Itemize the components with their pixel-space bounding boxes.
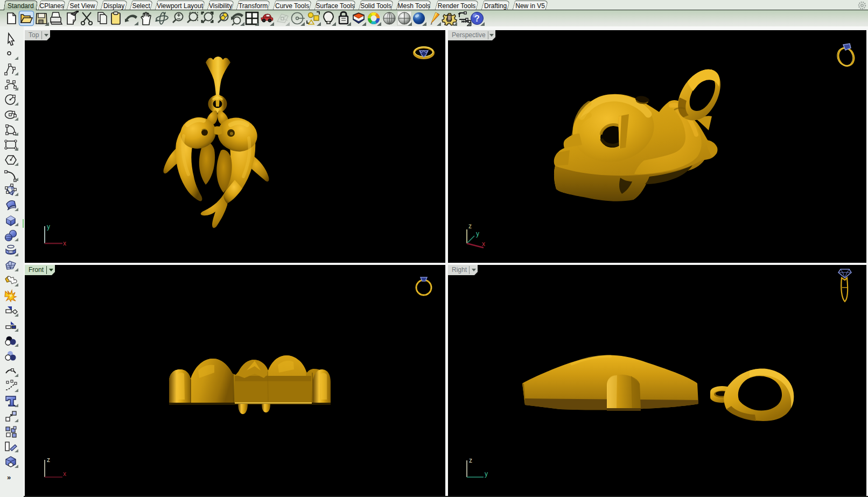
svg-text:y: y	[47, 223, 50, 230]
svg-text:y: y	[476, 230, 479, 237]
svg-text:z: z	[469, 457, 472, 464]
svg-text:?: ?	[474, 14, 480, 23]
svg-text:y: y	[485, 470, 488, 478]
svg-text:»: »	[7, 473, 11, 481]
svg-text:z: z	[47, 456, 50, 464]
svg-text:x: x	[63, 470, 66, 478]
svg-text:x: x	[482, 240, 485, 248]
svg-text:z: z	[468, 222, 472, 230]
svg-text:x: x	[63, 240, 66, 247]
